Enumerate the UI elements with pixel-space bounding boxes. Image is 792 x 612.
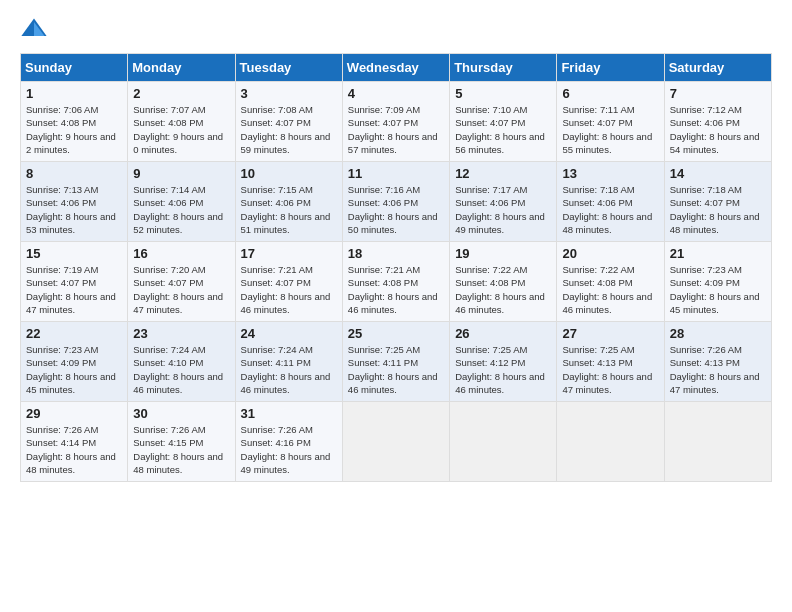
day-of-week-header: Wednesday <box>342 54 449 82</box>
day-info: Sunrise: 7:25 AMSunset: 4:12 PMDaylight:… <box>455 343 551 396</box>
logo-icon <box>20 15 48 43</box>
logo <box>20 15 52 43</box>
day-info: Sunrise: 7:13 AMSunset: 4:06 PMDaylight:… <box>26 183 122 236</box>
calendar-cell: 25 Sunrise: 7:25 AMSunset: 4:11 PMDaylig… <box>342 322 449 402</box>
day-info: Sunrise: 7:08 AMSunset: 4:07 PMDaylight:… <box>241 103 337 156</box>
calendar-cell: 28 Sunrise: 7:26 AMSunset: 4:13 PMDaylig… <box>664 322 771 402</box>
day-number: 22 <box>26 326 122 341</box>
day-number: 1 <box>26 86 122 101</box>
day-info: Sunrise: 7:18 AMSunset: 4:06 PMDaylight:… <box>562 183 658 236</box>
calendar-cell: 11 Sunrise: 7:16 AMSunset: 4:06 PMDaylig… <box>342 162 449 242</box>
day-number: 16 <box>133 246 229 261</box>
calendar-cell: 12 Sunrise: 7:17 AMSunset: 4:06 PMDaylig… <box>450 162 557 242</box>
day-of-week-header: Sunday <box>21 54 128 82</box>
day-info: Sunrise: 7:18 AMSunset: 4:07 PMDaylight:… <box>670 183 766 236</box>
day-number: 24 <box>241 326 337 341</box>
day-number: 14 <box>670 166 766 181</box>
day-info: Sunrise: 7:23 AMSunset: 4:09 PMDaylight:… <box>670 263 766 316</box>
day-info: Sunrise: 7:23 AMSunset: 4:09 PMDaylight:… <box>26 343 122 396</box>
day-number: 18 <box>348 246 444 261</box>
day-info: Sunrise: 7:24 AMSunset: 4:10 PMDaylight:… <box>133 343 229 396</box>
calendar-cell: 13 Sunrise: 7:18 AMSunset: 4:06 PMDaylig… <box>557 162 664 242</box>
day-number: 30 <box>133 406 229 421</box>
calendar-cell: 23 Sunrise: 7:24 AMSunset: 4:10 PMDaylig… <box>128 322 235 402</box>
day-info: Sunrise: 7:11 AMSunset: 4:07 PMDaylight:… <box>562 103 658 156</box>
day-number: 5 <box>455 86 551 101</box>
calendar-cell: 21 Sunrise: 7:23 AMSunset: 4:09 PMDaylig… <box>664 242 771 322</box>
day-of-week-header: Saturday <box>664 54 771 82</box>
calendar-cell: 26 Sunrise: 7:25 AMSunset: 4:12 PMDaylig… <box>450 322 557 402</box>
day-number: 26 <box>455 326 551 341</box>
day-info: Sunrise: 7:14 AMSunset: 4:06 PMDaylight:… <box>133 183 229 236</box>
calendar-week-row: 8 Sunrise: 7:13 AMSunset: 4:06 PMDayligh… <box>21 162 772 242</box>
day-info: Sunrise: 7:12 AMSunset: 4:06 PMDaylight:… <box>670 103 766 156</box>
calendar-header-row: SundayMondayTuesdayWednesdayThursdayFrid… <box>21 54 772 82</box>
calendar-table: SundayMondayTuesdayWednesdayThursdayFrid… <box>20 53 772 482</box>
calendar-cell: 8 Sunrise: 7:13 AMSunset: 4:06 PMDayligh… <box>21 162 128 242</box>
day-number: 29 <box>26 406 122 421</box>
day-info: Sunrise: 7:16 AMSunset: 4:06 PMDaylight:… <box>348 183 444 236</box>
day-info: Sunrise: 7:10 AMSunset: 4:07 PMDaylight:… <box>455 103 551 156</box>
day-number: 25 <box>348 326 444 341</box>
calendar-cell: 30 Sunrise: 7:26 AMSunset: 4:15 PMDaylig… <box>128 402 235 482</box>
day-number: 19 <box>455 246 551 261</box>
day-number: 13 <box>562 166 658 181</box>
calendar-body: 1 Sunrise: 7:06 AMSunset: 4:08 PMDayligh… <box>21 82 772 482</box>
calendar-cell <box>557 402 664 482</box>
calendar-cell <box>664 402 771 482</box>
calendar-cell: 22 Sunrise: 7:23 AMSunset: 4:09 PMDaylig… <box>21 322 128 402</box>
day-info: Sunrise: 7:22 AMSunset: 4:08 PMDaylight:… <box>562 263 658 316</box>
calendar-cell: 24 Sunrise: 7:24 AMSunset: 4:11 PMDaylig… <box>235 322 342 402</box>
day-number: 3 <box>241 86 337 101</box>
calendar-cell: 6 Sunrise: 7:11 AMSunset: 4:07 PMDayligh… <box>557 82 664 162</box>
calendar-cell: 7 Sunrise: 7:12 AMSunset: 4:06 PMDayligh… <box>664 82 771 162</box>
day-number: 8 <box>26 166 122 181</box>
day-info: Sunrise: 7:20 AMSunset: 4:07 PMDaylight:… <box>133 263 229 316</box>
day-info: Sunrise: 7:17 AMSunset: 4:06 PMDaylight:… <box>455 183 551 236</box>
calendar-cell: 4 Sunrise: 7:09 AMSunset: 4:07 PMDayligh… <box>342 82 449 162</box>
day-info: Sunrise: 7:09 AMSunset: 4:07 PMDaylight:… <box>348 103 444 156</box>
day-number: 20 <box>562 246 658 261</box>
calendar-cell: 14 Sunrise: 7:18 AMSunset: 4:07 PMDaylig… <box>664 162 771 242</box>
day-info: Sunrise: 7:06 AMSunset: 4:08 PMDaylight:… <box>26 103 122 156</box>
day-info: Sunrise: 7:24 AMSunset: 4:11 PMDaylight:… <box>241 343 337 396</box>
calendar-cell: 29 Sunrise: 7:26 AMSunset: 4:14 PMDaylig… <box>21 402 128 482</box>
calendar-cell: 31 Sunrise: 7:26 AMSunset: 4:16 PMDaylig… <box>235 402 342 482</box>
day-number: 10 <box>241 166 337 181</box>
day-number: 4 <box>348 86 444 101</box>
day-number: 17 <box>241 246 337 261</box>
day-number: 31 <box>241 406 337 421</box>
calendar-cell: 3 Sunrise: 7:08 AMSunset: 4:07 PMDayligh… <box>235 82 342 162</box>
calendar-cell: 10 Sunrise: 7:15 AMSunset: 4:06 PMDaylig… <box>235 162 342 242</box>
day-of-week-header: Friday <box>557 54 664 82</box>
calendar-cell: 2 Sunrise: 7:07 AMSunset: 4:08 PMDayligh… <box>128 82 235 162</box>
day-number: 11 <box>348 166 444 181</box>
calendar-cell: 20 Sunrise: 7:22 AMSunset: 4:08 PMDaylig… <box>557 242 664 322</box>
calendar-cell: 19 Sunrise: 7:22 AMSunset: 4:08 PMDaylig… <box>450 242 557 322</box>
day-info: Sunrise: 7:26 AMSunset: 4:15 PMDaylight:… <box>133 423 229 476</box>
calendar-cell: 16 Sunrise: 7:20 AMSunset: 4:07 PMDaylig… <box>128 242 235 322</box>
calendar-cell: 15 Sunrise: 7:19 AMSunset: 4:07 PMDaylig… <box>21 242 128 322</box>
calendar-cell <box>342 402 449 482</box>
day-info: Sunrise: 7:25 AMSunset: 4:11 PMDaylight:… <box>348 343 444 396</box>
day-number: 21 <box>670 246 766 261</box>
day-number: 7 <box>670 86 766 101</box>
calendar-week-row: 29 Sunrise: 7:26 AMSunset: 4:14 PMDaylig… <box>21 402 772 482</box>
day-number: 23 <box>133 326 229 341</box>
calendar-week-row: 22 Sunrise: 7:23 AMSunset: 4:09 PMDaylig… <box>21 322 772 402</box>
day-number: 27 <box>562 326 658 341</box>
header <box>20 15 772 43</box>
calendar-cell <box>450 402 557 482</box>
day-of-week-header: Thursday <box>450 54 557 82</box>
day-info: Sunrise: 7:26 AMSunset: 4:16 PMDaylight:… <box>241 423 337 476</box>
day-info: Sunrise: 7:21 AMSunset: 4:07 PMDaylight:… <box>241 263 337 316</box>
day-number: 6 <box>562 86 658 101</box>
calendar-cell: 9 Sunrise: 7:14 AMSunset: 4:06 PMDayligh… <box>128 162 235 242</box>
day-info: Sunrise: 7:26 AMSunset: 4:13 PMDaylight:… <box>670 343 766 396</box>
day-info: Sunrise: 7:19 AMSunset: 4:07 PMDaylight:… <box>26 263 122 316</box>
day-number: 28 <box>670 326 766 341</box>
day-info: Sunrise: 7:07 AMSunset: 4:08 PMDaylight:… <box>133 103 229 156</box>
day-number: 9 <box>133 166 229 181</box>
day-info: Sunrise: 7:26 AMSunset: 4:14 PMDaylight:… <box>26 423 122 476</box>
day-info: Sunrise: 7:21 AMSunset: 4:08 PMDaylight:… <box>348 263 444 316</box>
